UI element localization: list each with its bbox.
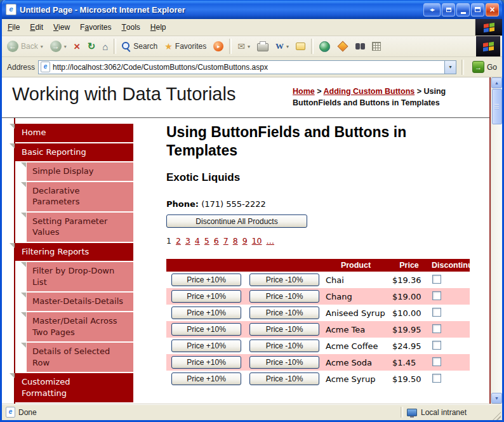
product-cell: Acme Coffee bbox=[322, 338, 389, 354]
back-label: Back bbox=[21, 42, 38, 51]
price-down-button[interactable]: Price -10% bbox=[249, 340, 319, 352]
price-down-button[interactable]: Price -10% bbox=[249, 274, 319, 286]
menu-help[interactable]: Help bbox=[145, 19, 171, 36]
sidebar-item-setting-parameter-values[interactable]: Setting Parameter Values bbox=[27, 213, 133, 242]
price-up-button[interactable]: Price +10% bbox=[171, 340, 241, 352]
menu-favorites[interactable]: Favorites bbox=[75, 19, 116, 36]
price-up-button[interactable]: Price +10% bbox=[171, 290, 241, 303]
breadcrumb-adding-custom-buttons[interactable]: Adding Custom Buttons bbox=[324, 87, 415, 96]
media-button[interactable]: ▸ bbox=[210, 40, 227, 53]
price-down-button[interactable]: Price -10% bbox=[249, 356, 319, 369]
forward-button[interactable]: → ▾ bbox=[47, 39, 70, 53]
price-up-button[interactable]: Price +10% bbox=[171, 323, 241, 336]
sidebar-item-filter-by-drop-down-list[interactable]: Filter by Drop-Down List bbox=[27, 262, 133, 291]
sidebar-item-simple-display[interactable]: Simple Display bbox=[27, 162, 133, 181]
phone-value: (171) 555-2222 bbox=[201, 199, 266, 209]
address-dropdown-button[interactable]: ▾ bbox=[444, 61, 456, 74]
window-icon bbox=[446, 8, 451, 12]
maximize-button[interactable] bbox=[471, 3, 484, 16]
price-up-button[interactable]: Price +10% bbox=[171, 356, 241, 369]
addon-button-2[interactable] bbox=[352, 42, 368, 51]
discontinued-cell bbox=[429, 354, 470, 371]
go-button[interactable]: → Go bbox=[469, 61, 500, 73]
refresh-button[interactable]: ↻ bbox=[84, 39, 99, 53]
discontinued-checkbox[interactable] bbox=[432, 324, 441, 333]
addon-button-3[interactable] bbox=[369, 41, 384, 52]
pager-page-9[interactable]: 9 bbox=[242, 236, 248, 246]
discuss-button[interactable] bbox=[293, 41, 308, 51]
edit-button[interactable]: W ▾ bbox=[272, 40, 292, 53]
title-bar[interactable]: e Untitled Page - Microsoft Internet Exp… bbox=[2, 0, 502, 19]
toolbar-separator bbox=[229, 39, 232, 54]
discontinued-checkbox[interactable] bbox=[432, 357, 441, 366]
back-button[interactable]: ← Back ▾ bbox=[4, 39, 46, 53]
address-input[interactable]: e http://localhost:3062/Code/CustomButto… bbox=[38, 60, 456, 74]
column-header-product: Product bbox=[322, 259, 389, 272]
close-button[interactable]: × bbox=[486, 3, 499, 16]
price-down-button[interactable]: Price -10% bbox=[249, 373, 319, 385]
messenger-button[interactable] bbox=[316, 40, 333, 53]
pager-page-ellipsis[interactable]: … bbox=[266, 236, 274, 246]
discontinued-checkbox[interactable] bbox=[432, 308, 441, 317]
stop-button[interactable]: ✕ bbox=[70, 41, 84, 53]
discontinued-checkbox[interactable] bbox=[432, 291, 441, 300]
menu-bar: FileEditViewFavoritesToolsHelp bbox=[2, 19, 502, 36]
discontinue-all-button[interactable]: Discontinue All Products bbox=[166, 214, 307, 228]
edit-dropdown-icon: ▾ bbox=[286, 44, 289, 49]
pager-page-5[interactable]: 5 bbox=[204, 236, 209, 246]
price-up-button[interactable]: Price +10% bbox=[171, 274, 241, 286]
breadcrumb-home[interactable]: Home bbox=[293, 87, 315, 96]
status-divider bbox=[401, 407, 403, 418]
sidebar-item-master-details-details[interactable]: Master-Details-Details bbox=[27, 293, 133, 311]
addon-button-1[interactable] bbox=[334, 41, 352, 51]
resize-grip[interactable] bbox=[493, 412, 501, 420]
sidebar-item-label: Basic Reporting bbox=[22, 147, 86, 157]
scrollbar-thumb[interactable] bbox=[492, 89, 502, 124]
discontinued-cell bbox=[429, 338, 470, 354]
price-up-button[interactable]: Price +10% bbox=[171, 373, 241, 385]
sidebar-item-declarative-parameters[interactable]: Declarative Parameters bbox=[27, 182, 133, 211]
price-down-button[interactable]: Price -10% bbox=[249, 307, 319, 319]
quick-nav-button[interactable]: ◂▸ bbox=[423, 3, 441, 16]
sidebar-item-master-detail-across-two-pages[interactable]: Master/Detail Across Two Pages bbox=[27, 312, 133, 341]
window-switch-button[interactable] bbox=[442, 3, 455, 16]
discontinued-checkbox[interactable] bbox=[432, 275, 441, 284]
vertical-scrollbar[interactable]: ▲ ▼ bbox=[491, 77, 502, 404]
refresh-icon: ↻ bbox=[88, 41, 96, 52]
favorites-button[interactable]: ★ Favorites bbox=[161, 40, 209, 53]
menu-view[interactable]: View bbox=[48, 19, 75, 36]
search-button[interactable]: Search bbox=[119, 41, 161, 52]
sidebar-item-filtering-reports[interactable]: Filtering Reports bbox=[15, 243, 133, 261]
scroll-down-button[interactable]: ▼ bbox=[491, 393, 502, 404]
pager-page-10[interactable]: 10 bbox=[252, 236, 262, 246]
price-cell: $24.95 bbox=[389, 338, 429, 354]
price-cell: $10.00 bbox=[389, 305, 429, 321]
pager-page-6[interactable]: 6 bbox=[214, 236, 219, 246]
sidebar-item-details-of-selected-row[interactable]: Details of Selected Row bbox=[27, 343, 133, 372]
pager-page-4[interactable]: 4 bbox=[195, 236, 200, 246]
scroll-up-button[interactable]: ▲ bbox=[491, 77, 502, 88]
sidebar-item-basic-reporting[interactable]: Basic Reporting bbox=[15, 143, 133, 162]
sidebar-item-customized-formatting[interactable]: Customized Formatting bbox=[15, 373, 133, 402]
minimize-button[interactable] bbox=[456, 3, 470, 16]
print-button[interactable] bbox=[254, 40, 272, 53]
pager-page-7[interactable]: 7 bbox=[223, 236, 229, 246]
menu-file[interactable]: File bbox=[3, 19, 25, 36]
price-cell: $19.36 bbox=[389, 272, 429, 288]
sidebar-item-label: Home bbox=[22, 128, 46, 137]
discontinued-checkbox[interactable] bbox=[432, 374, 441, 383]
price-down-cell: Price -10% bbox=[246, 272, 322, 288]
home-button[interactable]: ⌂ bbox=[99, 40, 111, 53]
price-down-cell: Price -10% bbox=[246, 321, 322, 338]
sidebar-item-home[interactable]: Home bbox=[15, 124, 133, 142]
menu-edit[interactable]: Edit bbox=[25, 19, 48, 36]
pager-page-2[interactable]: 2 bbox=[176, 236, 181, 246]
discontinued-checkbox[interactable] bbox=[432, 341, 441, 350]
pager-page-8[interactable]: 8 bbox=[233, 236, 238, 246]
mail-button[interactable]: ✉ ▾ bbox=[234, 40, 253, 53]
price-down-button[interactable]: Price -10% bbox=[249, 290, 319, 303]
pager-page-3[interactable]: 3 bbox=[185, 236, 190, 246]
menu-tools[interactable]: Tools bbox=[116, 19, 145, 36]
price-up-button[interactable]: Price +10% bbox=[171, 307, 241, 319]
price-down-button[interactable]: Price -10% bbox=[249, 323, 319, 336]
